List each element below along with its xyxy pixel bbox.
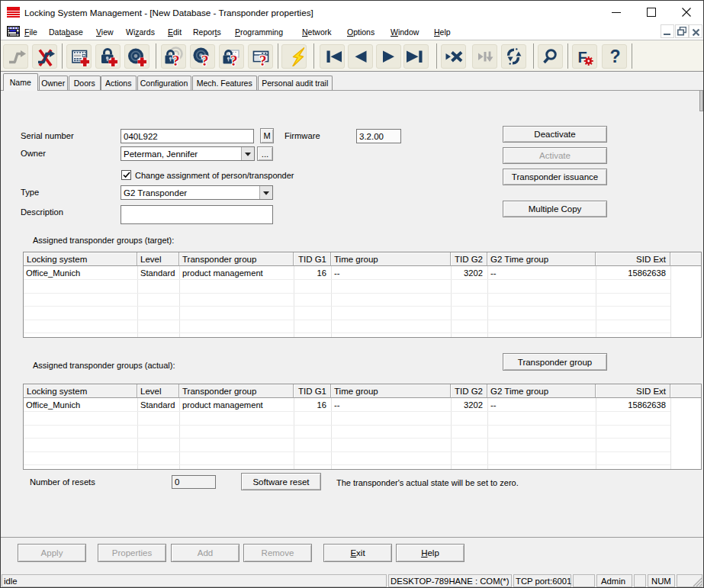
svg-text:?: ?	[172, 53, 180, 66]
svg-text:F: F	[578, 48, 587, 65]
svg-text:?: ?	[609, 47, 620, 66]
svg-text:?: ?	[201, 53, 209, 66]
svg-text:?: ?	[230, 53, 238, 66]
svg-text:?: ?	[259, 53, 267, 66]
